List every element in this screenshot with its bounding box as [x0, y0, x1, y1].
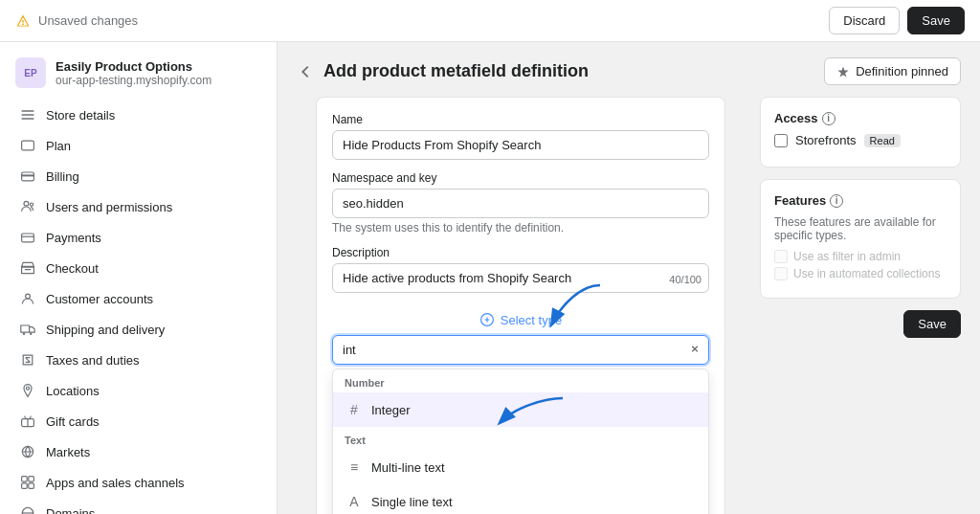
sidebar-item-domains[interactable]: Domains [4, 498, 273, 514]
store-details-label: Store details [46, 108, 115, 123]
gift-cards-icon [19, 413, 36, 430]
plus-circle-icon [479, 312, 495, 327]
description-label: Description [332, 246, 709, 259]
pin-icon [836, 65, 850, 78]
integer-option[interactable]: # Integer [333, 392, 708, 427]
dropdown-list: Number # Integer Text ≡ Multi-line text [332, 369, 709, 514]
system-hint: The system uses this to identify the def… [332, 221, 709, 235]
svg-rect-12 [29, 477, 34, 482]
main-header: Add product metafield definition Definit… [278, 42, 980, 97]
features-info-icon[interactable]: i [830, 194, 843, 208]
svg-rect-11 [22, 477, 28, 482]
automated-collections-label: Use in automated collections [793, 267, 940, 280]
automated-collections-checkbox [774, 267, 788, 280]
definition-pinned-button[interactable]: Definition pinned [824, 57, 961, 85]
sidebar-item-users[interactable]: Users and permissions [4, 191, 273, 222]
sidebar-item-locations[interactable]: Locations [4, 375, 273, 406]
sidebar-item-billing[interactable]: Billing [4, 161, 273, 191]
back-arrow-icon [297, 63, 314, 80]
description-wrapper: 40/100 [332, 263, 709, 293]
svg-rect-5 [22, 234, 34, 242]
automated-collections-row: Use in automated collections [774, 267, 947, 280]
description-group: Description 40/100 [332, 246, 709, 293]
discard-button[interactable]: Discard [829, 7, 900, 34]
singleline-option[interactable]: A Single line text [333, 484, 708, 514]
multiline-icon: ≡ [345, 458, 364, 477]
select-type-button[interactable]: Select type [479, 312, 562, 327]
access-info-icon[interactable]: i [822, 112, 835, 125]
brand-subtitle: our-app-testing.myshopify.com [56, 74, 212, 87]
checkout-icon [19, 259, 36, 277]
name-group: Name [332, 113, 709, 160]
svg-point-6 [26, 294, 31, 299]
svg-point-3 [24, 201, 29, 206]
integer-icon: # [345, 400, 364, 419]
pinned-label: Definition pinned [856, 64, 948, 78]
content-area: Name Namespace and key The system uses t… [278, 97, 980, 514]
checkout-label: Checkout [46, 261, 99, 276]
filter-admin-checkbox [774, 250, 788, 263]
svg-point-4 [30, 203, 33, 206]
type-search-input[interactable] [332, 335, 709, 365]
save-btn-bottom-wrapper: Save [760, 310, 961, 338]
singleline-icon: A [345, 492, 364, 511]
description-input[interactable] [332, 263, 709, 293]
sidebar-item-shipping[interactable]: Shipping and delivery [4, 314, 273, 345]
features-title: Features i [774, 193, 947, 208]
sidebar-item-taxes[interactable]: Taxes and duties [4, 345, 273, 375]
svg-rect-0 [22, 141, 34, 150]
sidebar-item-checkout[interactable]: Checkout [4, 253, 273, 283]
features-card: Features i These features are available … [760, 179, 961, 299]
integer-label: Integer [371, 403, 410, 417]
singleline-label: Single line text [371, 495, 453, 509]
sidebar-item-apps[interactable]: Apps and sales channels [4, 467, 273, 498]
taxes-label: Taxes and duties [46, 353, 140, 368]
users-icon [19, 198, 36, 215]
domains-label: Domains [46, 506, 95, 515]
multiline-label: Multi-line text [371, 460, 445, 475]
name-input[interactable] [332, 130, 709, 160]
sidebar-item-gift-cards[interactable]: Gift cards [4, 406, 273, 436]
storefronts-row: Storefronts Read [774, 133, 947, 147]
top-bar: Unsaved changes Discard Save [0, 0, 980, 42]
access-card: Access i Storefronts Read [760, 97, 961, 168]
save-button-bottom[interactable]: Save [903, 310, 961, 338]
customer-accounts-label: Customer accounts [46, 292, 153, 306]
shipping-icon [19, 321, 36, 338]
namespace-input[interactable] [332, 189, 709, 218]
top-bar-actions: Discard Save [829, 7, 965, 34]
page-title: Add product metafield definition [323, 61, 589, 81]
svg-point-8 [30, 333, 32, 335]
sidebar-item-store-details[interactable]: Store details [4, 100, 273, 130]
svg-rect-14 [29, 483, 34, 489]
locations-icon [19, 382, 36, 399]
back-button[interactable] [297, 63, 314, 80]
search-clear-button[interactable] [688, 342, 702, 358]
payments-icon [19, 229, 36, 246]
read-tag: Read [864, 134, 901, 147]
sidebar-item-customer-accounts[interactable]: Customer accounts [4, 283, 273, 314]
svg-point-7 [23, 333, 25, 335]
name-label: Name [332, 113, 709, 126]
unsaved-changes-notice: Unsaved changes [15, 13, 138, 29]
sidebar-item-payments[interactable]: Payments [4, 222, 273, 253]
plan-icon [19, 137, 36, 154]
storefronts-label: Storefronts [795, 133, 857, 147]
sidebar-item-markets[interactable]: Markets [4, 436, 273, 467]
main-layout: EP Easily Product Options our-app-testin… [0, 42, 980, 514]
namespace-group: Namespace and key The system uses this t… [332, 171, 709, 235]
payments-label: Payments [46, 231, 101, 245]
multiline-option[interactable]: ≡ Multi-line text [333, 450, 708, 484]
store-icon [19, 106, 36, 123]
storefronts-checkbox[interactable] [774, 134, 788, 147]
sidebar-item-plan[interactable]: Plan [4, 130, 273, 161]
number-section-label: Number [333, 369, 708, 392]
customer-accounts-icon [19, 290, 36, 307]
clear-icon [688, 342, 702, 355]
select-type-row: Select type [332, 304, 709, 331]
sidebar-brand: EP Easily Product Options our-app-testin… [0, 50, 277, 100]
main-content: Add product metafield definition Definit… [278, 42, 980, 514]
save-button-top[interactable]: Save [907, 7, 965, 34]
apps-label: Apps and sales channels [46, 476, 185, 490]
search-wrapper [332, 335, 709, 365]
